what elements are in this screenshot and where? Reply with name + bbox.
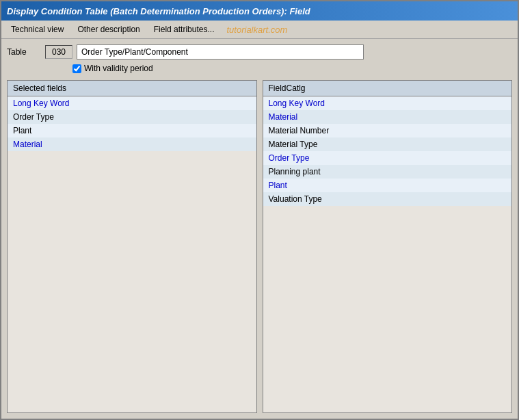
selected-fields-header: Selected fields — [8, 81, 256, 96]
menu-technical-view[interactable]: Technical view — [4, 22, 70, 37]
table-number: 030 — [45, 45, 72, 59]
validity-label: With validity period — [84, 64, 153, 73]
list-item: Plant — [8, 124, 256, 137]
list-item: Valuation Type — [263, 192, 512, 206]
field-catalog-content: Long Key WordMaterialMaterial NumberMate… — [263, 96, 512, 412]
menu-field-attributes[interactable]: Field attributes... — [147, 22, 222, 37]
list-item[interactable]: Material — [8, 137, 256, 151]
list-item[interactable]: Long Key Word — [263, 96, 512, 110]
table-row: Table 030 — [7, 44, 512, 60]
selected-fields-panel: Selected fields Long Key WordOrder TypeP… — [7, 80, 257, 413]
list-item[interactable]: Plant — [263, 179, 512, 192]
menu-other-description[interactable]: Other description — [70, 22, 146, 37]
selected-fields-content: Long Key WordOrder TypePlantMaterial — [8, 96, 256, 412]
watermark: tutorialkart.com — [226, 25, 287, 35]
table-name-input[interactable] — [77, 44, 364, 60]
list-item[interactable]: Order Type — [263, 151, 512, 165]
field-catalog-panel: FieldCatlg Long Key WordMaterialMaterial… — [263, 80, 513, 413]
list-item[interactable]: Long Key Word — [8, 96, 256, 110]
list-item: Order Type — [8, 110, 256, 124]
window-title: Display Condition Table (Batch Determina… — [7, 6, 310, 16]
list-item: Material Type — [263, 137, 512, 151]
list-item[interactable]: Material — [263, 110, 512, 124]
validity-checkbox[interactable] — [72, 64, 81, 73]
list-item: Material Number — [263, 124, 512, 137]
title-bar: Display Condition Table (Batch Determina… — [1, 1, 518, 21]
content-area: Table 030 With validity period Selected … — [1, 39, 518, 419]
list-item: Planning plant — [263, 165, 512, 179]
field-catalog-header: FieldCatlg — [263, 81, 512, 96]
main-window: Display Condition Table (Batch Determina… — [0, 0, 519, 420]
menu-bar: Technical view Other description Field a… — [1, 21, 518, 39]
validity-row: With validity period — [7, 64, 512, 73]
table-label: Table — [7, 47, 41, 57]
panels-container: Selected fields Long Key WordOrder TypeP… — [7, 80, 512, 413]
